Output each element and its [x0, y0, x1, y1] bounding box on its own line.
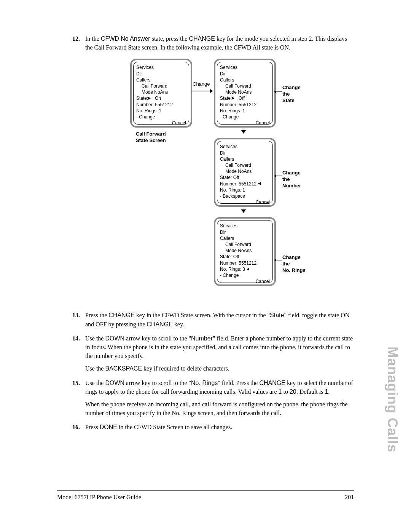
- step-13: Press the CHANGE key in the CFWD State s…: [72, 311, 354, 328]
- svg-marker-3: [274, 90, 276, 93]
- footer-title: Model 6757i IP Phone User Guide: [57, 494, 141, 501]
- diagram: Services Dir Callers Call Forward Mode N…: [130, 59, 309, 302]
- cursor-left-icon: [247, 268, 249, 271]
- step-14-backspace-note: Use the BACKSPACE key if required to del…: [85, 364, 354, 373]
- phone-screen-state-on: Services Dir Callers Call Forward Mode N…: [130, 59, 192, 128]
- page-footer: Model 6757i IP Phone User Guide 201: [57, 490, 354, 501]
- arrow-left-icon: [274, 174, 282, 178]
- phone-screen-number: Services Dir Callers Call Forward Mode N…: [214, 138, 276, 207]
- step-15: Use the DOWN arrow key to scroll to the …: [72, 379, 354, 418]
- cursor-icon: [148, 97, 151, 100]
- step-12-text: In the CFWD No Answer state, press the C…: [85, 35, 347, 51]
- step-16: Press DONE in the CFWD State Screen to s…: [72, 423, 354, 431]
- state-screen-caption: Call Forward State Screen: [136, 131, 166, 144]
- arrow-right-icon: [191, 88, 213, 94]
- svg-marker-5: [274, 174, 276, 177]
- phone-screen-state-off: Services Dir Callers Call Forward Mode N…: [214, 59, 276, 128]
- cursor-icon: [232, 97, 234, 100]
- t: In the: [85, 35, 101, 42]
- svg-marker-7: [274, 259, 276, 262]
- change-rings-caption: Change the No. Rings: [282, 254, 309, 274]
- t: CHANGE: [189, 35, 215, 42]
- step-12: In the CFWD No Answer state, press the C…: [72, 34, 354, 302]
- change-state-caption: Change the State: [282, 85, 309, 104]
- phone-screen-rings: Services Dir Callers Call Forward Mode N…: [214, 217, 276, 286]
- cursor-left-icon: [258, 182, 261, 185]
- t: state, press the: [150, 35, 189, 42]
- svg-marker-1: [210, 89, 213, 93]
- connector-label: Change: [193, 81, 210, 88]
- arrow-left-icon: [274, 258, 282, 262]
- arrow-left-icon: [274, 90, 282, 94]
- down-arrow-icon: [241, 130, 246, 134]
- screen-inner: Services Dir Callers Call Forward Mode N…: [133, 62, 189, 125]
- instruction-list: In the CFWD No Answer state, press the C…: [72, 34, 354, 431]
- page-number: 201: [345, 494, 354, 501]
- change-number-caption: Change the Number: [282, 170, 309, 189]
- t: CFWD No Answer: [101, 35, 150, 42]
- down-arrow-icon: [241, 209, 246, 213]
- step-15-note: When the phone receives an incoming call…: [85, 400, 354, 417]
- step-14: Use the DOWN arrow key to scroll to the …: [72, 334, 354, 373]
- section-tab: Managing Calls: [384, 347, 400, 452]
